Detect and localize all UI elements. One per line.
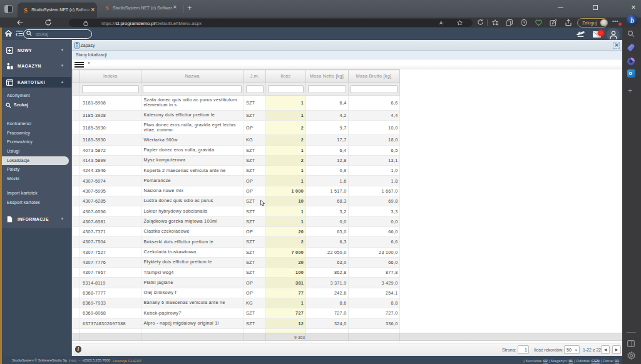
svg-text:S: S xyxy=(24,7,28,13)
svg-text:S: S xyxy=(105,4,109,11)
